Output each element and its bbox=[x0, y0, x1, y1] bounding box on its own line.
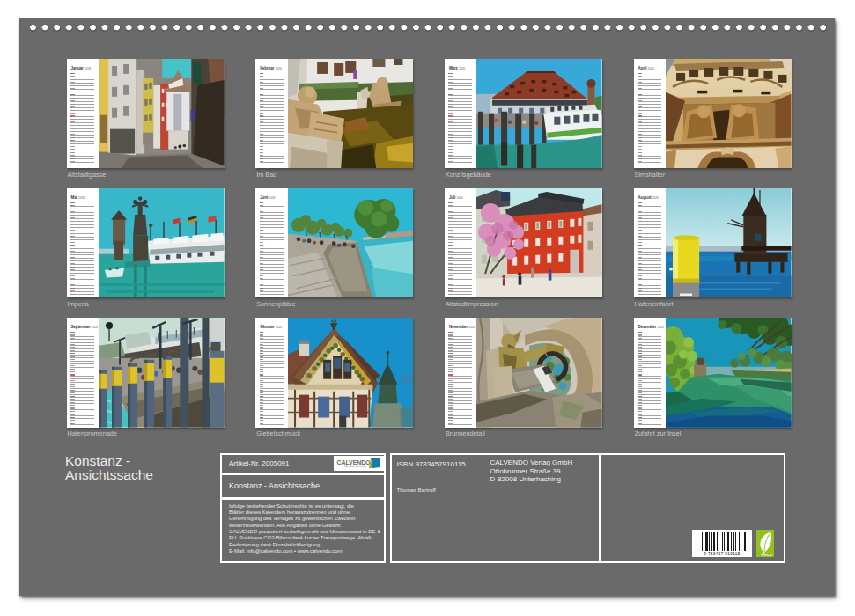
svg-text:eco: eco bbox=[763, 552, 771, 557]
